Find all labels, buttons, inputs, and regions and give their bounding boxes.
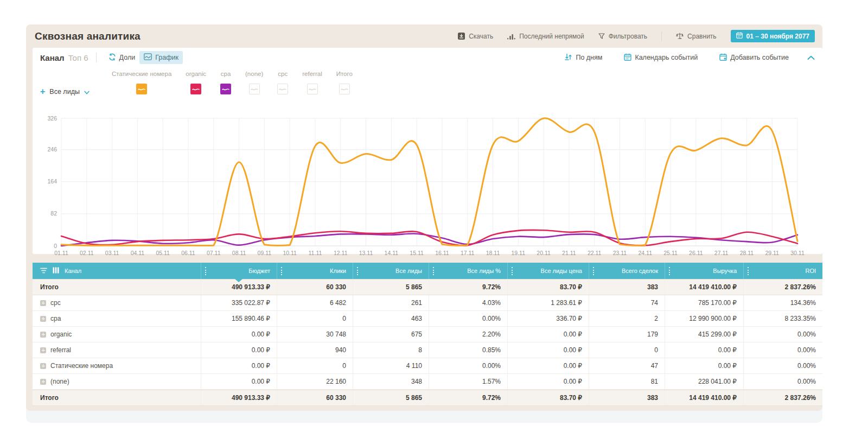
x-axis-tick-label: 28.11 [740, 250, 754, 256]
channel-cell[interactable]: (none) [33, 374, 201, 389]
column-header-label[interactable]: Канал [65, 268, 81, 274]
attribution-model-button[interactable]: Последний непрямой [507, 33, 584, 40]
column-header-label[interactable]: Все лиды [395, 268, 422, 274]
cell-все-лиды-: 0.85% [429, 342, 507, 358]
legend-swatch-toggle[interactable] [249, 84, 260, 94]
column-menu-icon[interactable] [512, 267, 513, 275]
x-axis-tick-label: 07.11 [207, 250, 221, 256]
x-axis-tick-label: 22.11 [588, 250, 602, 256]
column-menu-icon[interactable] [357, 267, 358, 275]
column-menu-icon[interactable] [205, 267, 206, 275]
cell-все-лиды-цена: 0.00 ₽ [507, 327, 589, 342]
wave-icon [221, 85, 230, 93]
table-row: referral0.00 ₽94080.85%0.00 ₽00.00 ₽0.00… [33, 342, 822, 358]
legend-swatch-toggle[interactable] [136, 84, 147, 94]
legend-item-3[interactable]: (none) [245, 71, 263, 94]
title-bar: Сквозная аналитика Скачать Последний неп… [26, 24, 822, 48]
column-header-8: ROI [743, 263, 822, 279]
column-menu-icon[interactable] [593, 267, 594, 275]
cell-все-лиды: 675 [353, 327, 429, 342]
x-axis-tick-label: 09.11 [258, 250, 272, 256]
column-header-label[interactable]: ROI [805, 268, 816, 274]
cell-все-лиды-цена: 336.70 ₽ [507, 311, 589, 326]
channel-cell[interactable]: cpc [33, 295, 201, 310]
x-axis-tick-label: 08.11 [232, 250, 246, 256]
expand-row-icon[interactable] [40, 363, 46, 369]
legend-item-label: referral [302, 71, 322, 79]
column-header-label[interactable]: Все лиды % [467, 268, 501, 274]
cell-все-лиды-цена: 1 283.61 ₽ [507, 295, 589, 310]
legend-swatch-toggle[interactable] [220, 84, 231, 94]
legend-item-label: cpa [221, 71, 231, 79]
compare-button[interactable]: Сравнить [676, 33, 716, 40]
table-filter-icon[interactable] [40, 268, 47, 275]
expand-row-icon[interactable] [40, 300, 46, 306]
legend-item-0[interactable]: Статические номера [112, 71, 171, 94]
column-header-0: Канал [33, 263, 201, 279]
column-menu-icon[interactable] [748, 267, 749, 275]
column-header-1: Бюджет [201, 263, 277, 279]
legend-item-4[interactable]: cpc [277, 71, 288, 94]
expand-row-icon[interactable] [40, 379, 46, 385]
column-header-label[interactable]: Всего сделок [622, 268, 658, 274]
by-days-button[interactable]: По дням [560, 51, 607, 64]
cell-бюджет: 0.00 ₽ [201, 374, 277, 389]
events-calendar-button[interactable]: Календарь событий [620, 51, 702, 65]
collapse-chart-button[interactable] [807, 53, 815, 62]
shares-view-button[interactable]: Доли [104, 51, 140, 65]
wave-icon [137, 85, 146, 93]
metric-selector[interactable]: + Все лиды [40, 87, 90, 97]
legend-item-2[interactable]: cpa [220, 71, 231, 94]
add-event-button[interactable]: Добавить событие [715, 51, 793, 65]
table-body: Итого490 913.33 ₽60 3305 8659.72%83.70 ₽… [33, 279, 822, 406]
legend-item-6[interactable]: Итого [336, 71, 353, 94]
legend-item-5[interactable]: referral [302, 71, 322, 94]
table-columns-icon[interactable] [53, 267, 59, 275]
legend-swatch-toggle[interactable] [190, 84, 201, 94]
analytics-card: Сквозная аналитика Скачать Последний неп… [26, 24, 822, 411]
cell-бюджет: 0.00 ₽ [201, 327, 277, 342]
calendar-grid-icon [624, 53, 631, 62]
column-header-label[interactable]: Все лиды цена [541, 268, 582, 274]
add-metric-icon[interactable]: + [40, 87, 45, 96]
download-button[interactable]: Скачать [458, 33, 493, 40]
wave-icon [308, 85, 317, 93]
divider [96, 53, 97, 62]
channel-cell[interactable]: Статические номера [33, 358, 201, 373]
legend-swatch-toggle[interactable] [339, 84, 350, 94]
channel-cell[interactable]: organic [33, 327, 201, 342]
column-header-label[interactable]: Клики [330, 268, 346, 274]
dimension-label: Канал [40, 53, 65, 62]
legend-swatch-toggle[interactable] [277, 84, 288, 94]
date-range-button[interactable]: 01 – 30 ноября 2077 [731, 30, 815, 42]
cell-все-лиды: 261 [353, 295, 429, 310]
cell-roi: 2 837.26% [743, 390, 822, 405]
cell-все-лиды: 463 [353, 311, 429, 326]
legend-swatch-toggle[interactable] [307, 84, 318, 94]
cell-roi: 0.00% [743, 327, 822, 342]
filter-button[interactable]: Фильтровать [598, 33, 647, 40]
expand-row-icon[interactable] [40, 347, 46, 353]
table-total-row: Итого490 913.33 ₽60 3305 8659.72%83.70 ₽… [33, 279, 822, 295]
expand-row-icon[interactable] [40, 316, 46, 322]
channel-cell[interactable]: referral [33, 342, 201, 358]
column-header-label[interactable]: Выручка [713, 268, 737, 274]
donut-refresh-icon [108, 53, 116, 62]
cell-все-лиды: 4 110 [353, 358, 429, 373]
cell-roi: 8 233.35% [743, 311, 822, 326]
cell-roi: 2 837.26% [743, 279, 822, 295]
column-menu-icon[interactable] [281, 267, 282, 275]
channel-cell: Итого [33, 390, 201, 405]
column-header-7: Выручка [665, 263, 743, 279]
by-days-label: По дням [576, 54, 602, 61]
graph-view-button[interactable]: График [139, 51, 183, 64]
column-menu-icon[interactable] [433, 267, 434, 275]
channel-cell[interactable]: cpa [33, 311, 201, 326]
column-menu-icon[interactable] [669, 267, 670, 275]
column-header-label[interactable]: Бюджет [248, 268, 270, 274]
expand-row-icon[interactable] [40, 332, 46, 338]
cell-все-лиды: 5 865 [353, 390, 429, 405]
table-row: cpc335 022.87 ₽6 4822614.03%1 283.61 ₽74… [33, 295, 822, 311]
legend-item-1[interactable]: organic [186, 71, 206, 94]
y-axis-tick-label: 0 [54, 243, 57, 249]
